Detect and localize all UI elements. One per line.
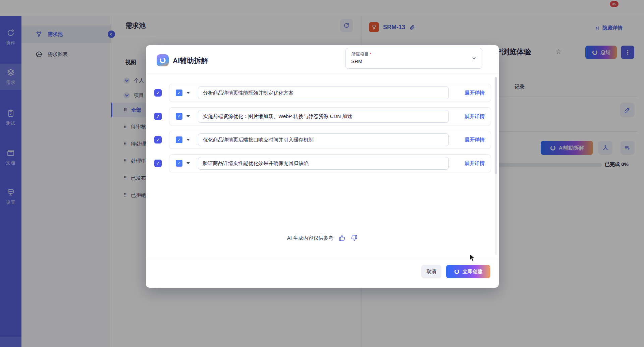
split-title-input[interactable] [198,133,449,146]
split-row: ✓ ✓ 展开详情 [154,154,493,172]
split-row: ✓ ✓ 展开详情 [154,107,493,125]
project-field-label: 所属项目* [351,51,477,57]
caret-down-icon[interactable] [186,115,190,117]
caret-down-icon[interactable] [186,139,190,141]
ai-modal-logo [157,54,169,66]
divider [146,73,499,73]
expand-details-link[interactable]: 展开详情 [465,90,485,96]
create-now-button[interactable]: 立即创建 [446,265,490,278]
divider [146,259,499,259]
split-row-card: ✓ 展开详情 [169,131,491,149]
ai-disclaimer-row: AI 生成内容仅供参考 [146,235,499,241]
split-title-input[interactable] [198,110,449,123]
split-title-input[interactable] [198,86,449,99]
split-row-card: ✓ 展开详情 [169,107,491,125]
project-field-value: SRM [351,58,477,64]
row-checkbox[interactable]: ✓ [176,113,182,120]
split-row-card: ✓ 展开详情 [169,84,491,102]
split-row: ✓ ✓ 展开详情 [154,84,493,102]
caret-down-icon[interactable] [186,162,190,164]
row-checkbox-outer[interactable]: ✓ [154,89,162,97]
cancel-button[interactable]: 取消 [421,265,441,278]
expand-details-link[interactable]: 展开详情 [465,137,485,143]
modal-title: AI辅助拆解 [173,56,208,65]
row-checkbox[interactable]: ✓ [176,160,182,167]
thumbs-down-icon[interactable] [351,235,358,241]
ai-swirl-icon [454,269,460,275]
row-checkbox[interactable]: ✓ [176,90,182,96]
ai-split-modal: AI辅助拆解 所属项目* SRM ✓ ✓ 展开详情 ✓ ✓ 展开详情 ✓ ✓ [146,45,499,288]
modal-scrollbar-thumb[interactable] [495,77,497,174]
split-title-input[interactable] [198,157,449,170]
caret-down-icon[interactable] [186,92,190,94]
project-field[interactable]: 所属项目* SRM [345,48,482,69]
thumbs-up-icon[interactable] [339,235,345,241]
required-asterisk: * [370,52,371,57]
ai-disclaimer-text: AI 生成内容仅供参考 [287,235,333,241]
mouse-cursor [470,254,476,263]
row-checkbox[interactable]: ✓ [176,136,182,143]
row-checkbox-outer[interactable]: ✓ [154,160,162,167]
expand-details-link[interactable]: 展开详情 [465,160,485,167]
cursor-arrow-icon [470,254,476,263]
row-checkbox-outer[interactable]: ✓ [154,136,162,143]
expand-details-link[interactable]: 展开详情 [465,113,485,120]
split-row: ✓ ✓ 展开详情 [154,131,493,149]
ai-swirl-icon [159,57,166,64]
split-row-card: ✓ 展开详情 [169,154,491,172]
row-checkbox-outer[interactable]: ✓ [154,113,162,120]
